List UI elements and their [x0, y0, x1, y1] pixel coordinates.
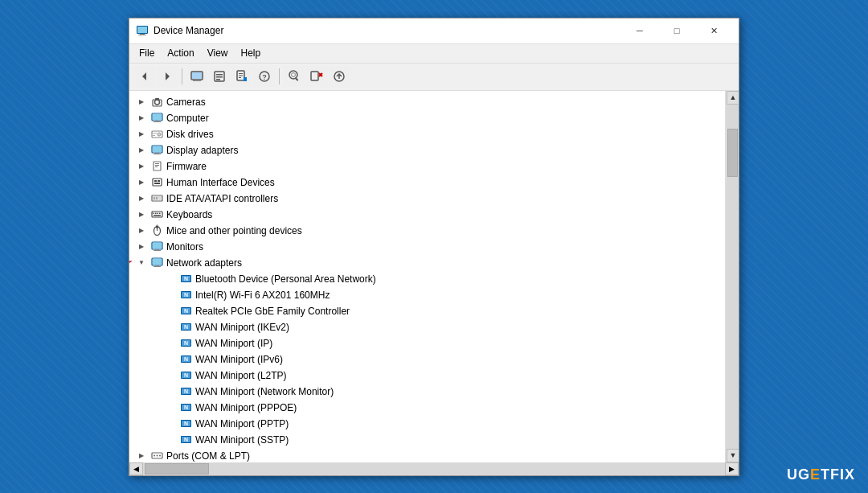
svg-rect-51	[158, 180, 160, 182]
chevron-firmware: ▶	[136, 161, 147, 172]
chevron-cameras: ▶	[136, 97, 147, 108]
menu-help[interactable]: Help	[235, 46, 268, 60]
tree-item-mice[interactable]: ▶ Mice and other pointing devices	[129, 223, 725, 239]
watermark-prefix: UG	[787, 466, 810, 483]
svg-rect-13	[216, 79, 220, 80]
action-button[interactable]	[329, 66, 350, 87]
tree-item-keyboards[interactable]: ▶ Keyboards	[129, 207, 725, 223]
properties-button-2[interactable]	[231, 66, 252, 87]
wan-netmon-label: WAN Miniport (Network Monitor)	[195, 386, 334, 397]
minimize-button[interactable]: ─	[621, 18, 658, 43]
network-adapters-wrapper: ▼ Network adapters ★	[129, 255, 725, 271]
chevron-monitors: ▶	[136, 241, 147, 253]
svg-text:N: N	[183, 324, 187, 330]
ide-icon	[150, 192, 163, 205]
wifi-label: Intel(R) Wi-Fi 6 AX201 160MHz	[195, 290, 330, 301]
watermark-suffix: TFIX	[821, 466, 855, 483]
monitor-icon	[150, 240, 163, 253]
svg-rect-11	[216, 74, 223, 76]
scroll-track[interactable]	[727, 105, 739, 449]
svg-text:N: N	[183, 405, 187, 410]
scroll-down-arrow[interactable]: ▼	[727, 449, 739, 462]
svg-rect-50	[154, 180, 157, 182]
scan-button[interactable]	[284, 66, 305, 87]
svg-text:N: N	[183, 437, 187, 442]
network-item-wan2-icon: N	[179, 337, 192, 350]
h-scroll-track[interactable]	[143, 462, 725, 475]
svg-rect-61	[159, 213, 161, 215]
tree-item-monitors[interactable]: ▶ Monitors	[129, 239, 725, 255]
tree-item-wan-pptp[interactable]: ▶ N WAN Miniport (PPTP)	[129, 416, 725, 432]
watermark-t: E	[810, 466, 821, 483]
tree-item-wan-ipv6[interactable]: ▶ N WAN Miniport (IPv6)	[129, 351, 725, 368]
mice-label: Mice and other pointing devices	[166, 225, 302, 236]
scroll-left-arrow[interactable]: ◀	[129, 462, 143, 475]
forward-button[interactable]	[157, 66, 178, 87]
tree-item-wan-sstp[interactable]: ▶ N WAN Miniport (SSTP)	[129, 432, 725, 448]
svg-rect-72	[155, 265, 159, 266]
scroll-up-arrow[interactable]: ▲	[727, 91, 739, 105]
tree-item-wan-ikev2[interactable]: ▶ N WAN Miniport (IKEv2)	[129, 319, 725, 335]
tree-item-computer[interactable]: ▶ Computer	[129, 110, 725, 126]
window-title: Device Manager	[154, 25, 621, 36]
disk-label: Disk drives	[166, 129, 214, 140]
network-label: Network adapters	[166, 257, 242, 269]
menu-view[interactable]: View	[201, 46, 235, 60]
properties-button-1[interactable]	[209, 66, 230, 87]
realtek-label: Realtek PCIe GbE Family Controller	[195, 306, 350, 317]
svg-text:N: N	[183, 421, 187, 426]
close-button[interactable]: ✕	[695, 18, 732, 43]
disk-icon	[150, 128, 163, 141]
tree-item-firmware[interactable]: ▶ Firmware	[129, 158, 725, 175]
help-icon-button[interactable]: ?	[254, 66, 275, 87]
svg-rect-15	[239, 73, 243, 74]
svg-rect-30	[153, 100, 162, 106]
network-item-wan7-icon: N	[179, 417, 192, 430]
tree-item-bluetooth[interactable]: ▶ N Bluetooth Device (Personal Area Netw…	[129, 271, 725, 287]
tree-item-wan-ip[interactable]: ▶ N WAN Miniport (IP)	[129, 335, 725, 351]
tree-item-cameras[interactable]: ▶ Cameras	[129, 94, 725, 110]
menu-file[interactable]: File	[133, 46, 161, 60]
watermark: UGETFIX	[787, 466, 855, 483]
ports-icon	[150, 450, 163, 462]
svg-rect-34	[155, 121, 159, 121]
tree-item-disk[interactable]: ▶ Disk drives	[129, 126, 725, 142]
mice-icon	[150, 224, 163, 237]
device-tree[interactable]: ▶ Cameras ▶ Computer ▶ Disk d	[129, 91, 726, 462]
tree-item-realtek[interactable]: ▶ N Realtek PCIe GbE Family Controller	[129, 303, 725, 319]
svg-rect-45	[154, 162, 161, 170]
display-icon	[150, 144, 163, 157]
svg-text:N: N	[183, 308, 187, 314]
chevron-keyboards: ▶	[136, 209, 147, 220]
svg-rect-47	[155, 165, 159, 166]
svg-text:?: ?	[262, 73, 267, 81]
svg-point-29	[154, 100, 159, 105]
hid-icon	[150, 176, 163, 189]
svg-rect-42	[153, 146, 162, 152]
bt-label: Bluetooth Device (Personal Area Network)	[195, 273, 376, 285]
tree-item-wan-l2tp[interactable]: ▶ N WAN Miniport (L2TP)	[129, 368, 725, 384]
tree-item-wan-netmon[interactable]: ▶ N WAN Miniport (Network Monitor)	[129, 384, 725, 400]
show-hidden-button[interactable]	[186, 66, 207, 87]
svg-text:N: N	[183, 356, 187, 362]
h-scroll-thumb[interactable]	[145, 463, 209, 475]
horizontal-scrollbar[interactable]: ◀ ▶	[129, 462, 739, 475]
menu-action[interactable]: Action	[161, 46, 200, 60]
tree-item-network[interactable]: ▼ Network adapters	[129, 255, 725, 271]
scroll-right-arrow[interactable]: ▶	[725, 462, 739, 475]
back-button[interactable]	[134, 66, 155, 87]
tree-item-ide[interactable]: ▶ IDE ATA/ATAPI controllers	[129, 191, 725, 207]
scroll-thumb[interactable]	[727, 129, 738, 177]
tree-item-display[interactable]: ▶ Display adapters	[129, 142, 725, 158]
tree-item-wifi[interactable]: ▶ N Intel(R) Wi-Fi 6 AX201 160MHz	[129, 287, 725, 303]
uninstall-button[interactable]	[306, 66, 327, 87]
vertical-scrollbar[interactable]: ▲ ▼	[726, 91, 739, 462]
ports-label: Ports (COM & LPT)	[166, 450, 250, 462]
maximize-button[interactable]: □	[658, 18, 695, 43]
tree-item-hid[interactable]: ▶ Human Interface Devices	[129, 175, 725, 191]
wan-ikev2-label: WAN Miniport (IKEv2)	[195, 322, 289, 333]
tree-item-wan-pppoe[interactable]: ▶ N WAN Miniport (PPPOE)	[129, 400, 725, 416]
svg-rect-12	[216, 76, 223, 78]
tree-item-ports[interactable]: ▶ Ports (COM & LPT)	[129, 448, 725, 462]
network-item-bt-icon: N	[179, 273, 192, 286]
